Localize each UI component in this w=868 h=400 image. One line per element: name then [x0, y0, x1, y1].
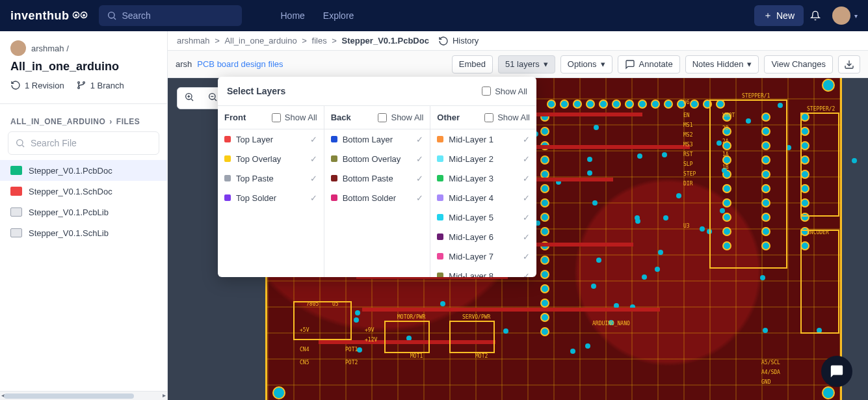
layer-row[interactable]: Bottom Layer✓ — [324, 129, 430, 149]
path-breadcrumb: arshmah > All_in_one_arduino > files > S… — [168, 31, 868, 51]
check-icon: ✓ — [523, 154, 530, 164]
crumb-user[interactable]: arshmah — [177, 36, 210, 46]
check-icon: ✓ — [310, 174, 317, 183]
layer-row[interactable]: Bottom Overlay✓ — [324, 149, 430, 168]
commit-message[interactable]: PCB board design files — [197, 59, 283, 69]
layer-row[interactable]: Bottom Paste✓ — [324, 168, 430, 188]
silk-label: MS2 — [683, 132, 692, 138]
sidebar-scrollbar[interactable]: ◂ ▸ — [0, 391, 167, 400]
options-button[interactable]: Options▾ — [560, 55, 612, 73]
annotate-button[interactable]: Annotate — [618, 55, 680, 73]
svg-point-5 — [17, 140, 23, 146]
crumb-files[interactable]: files — [312, 36, 327, 46]
chat-button[interactable] — [821, 356, 852, 387]
check-icon: ✓ — [523, 252, 530, 261]
layer-name: Bottom Overlay — [343, 154, 401, 164]
branches-link[interactable]: 1 Branch — [76, 80, 124, 90]
silk-label: MS1 — [683, 122, 692, 128]
layer-row[interactable]: Mid-Layer 5✓ — [430, 207, 536, 227]
nav-home[interactable]: Home — [281, 10, 305, 21]
layer-name: Mid-Layer 7 — [449, 252, 493, 261]
layer-name: Top Paste — [236, 174, 274, 183]
history-button[interactable]: History — [438, 36, 479, 46]
viewer-toolbar: arsh PCB board design files Embed 51 lay… — [168, 51, 868, 78]
nav-links: Home Explore — [281, 10, 354, 21]
brand-logo[interactable]: inventhub ⦿⦿ — [10, 9, 88, 23]
check-icon: ✓ — [523, 213, 530, 222]
layer-row[interactable]: Top Paste✓ — [218, 168, 324, 188]
file-search-input[interactable]: Search File — [8, 131, 159, 155]
silk-label: SLP — [683, 161, 692, 167]
layer-row[interactable]: Mid-Layer 4✓ — [430, 188, 536, 207]
layer-row[interactable]: Mid-Layer 7✓ — [430, 247, 536, 266]
layer-swatch — [224, 155, 231, 162]
back-show-all[interactable]: Show All — [378, 113, 423, 122]
layer-row[interactable]: Top Solder✓ — [218, 188, 324, 207]
new-button[interactable]: ＋ New — [754, 5, 804, 26]
svg-line-1 — [114, 18, 116, 20]
file-icon — [10, 228, 22, 237]
chevron-down-icon: ▾ — [601, 59, 605, 69]
silk-label: +12V — [365, 337, 377, 343]
download-button[interactable] — [838, 55, 860, 73]
file-row[interactable]: Stepper_V0.1.PcbLib — [0, 202, 167, 222]
global-search[interactable]: Search — [99, 5, 242, 26]
file-icon — [10, 207, 22, 217]
scrollbar-thumb[interactable] — [4, 393, 134, 399]
back-heading: Back — [331, 113, 351, 122]
embed-button[interactable]: Embed — [452, 55, 493, 73]
crumb-repo[interactable]: All_in_one_arduino — [224, 36, 296, 46]
silk-label: A5/SCL — [761, 360, 780, 366]
revisions-link[interactable]: 1 Revision — [10, 80, 64, 90]
layer-name: Top Layer — [236, 135, 273, 144]
silk-label: STEPPER/1 — [742, 93, 770, 99]
layer-row[interactable]: Mid-Layer 3✓ — [430, 168, 536, 188]
show-all-checkbox[interactable] — [482, 87, 491, 96]
file-icon — [10, 166, 22, 175]
brand-text: inventhub — [10, 9, 70, 23]
layer-row[interactable]: Top Layer✓ — [218, 129, 324, 149]
nav-explore[interactable]: Explore — [323, 10, 354, 21]
layer-row[interactable]: Mid-Layer 1✓ — [430, 129, 536, 149]
file-row[interactable]: Stepper_V0.1.PcbDoc — [0, 160, 167, 181]
file-row[interactable]: Stepper_V0.1.SchLib — [0, 222, 167, 243]
layer-name: Mid-Layer 2 — [449, 154, 493, 164]
file-row[interactable]: Stepper_V0.1.SchDoc — [0, 181, 167, 202]
file-name: Stepper_V0.1.SchDoc — [29, 187, 112, 196]
search-placeholder: Search — [122, 10, 151, 21]
history-icon — [438, 36, 449, 46]
file-search-placeholder: Search File — [31, 138, 77, 148]
repo-name[interactable]: All_in_one_arduino — [10, 60, 157, 73]
layer-row[interactable]: Mid-Layer 2✓ — [430, 149, 536, 168]
silk-label: 1B — [722, 165, 729, 170]
user-menu-caret[interactable]: ▾ — [854, 12, 858, 20]
other-show-all[interactable]: Show All — [484, 113, 530, 122]
layer-row[interactable]: Mid-Layer 8✓ — [430, 266, 536, 277]
layers-button[interactable]: 51 layers▾ — [498, 55, 555, 73]
notifications-button[interactable] — [804, 10, 827, 21]
front-show-all[interactable]: Show All — [272, 113, 317, 122]
branch-icon — [76, 80, 86, 90]
user-avatar[interactable] — [832, 7, 850, 25]
view-changes-button[interactable]: View Changes — [764, 55, 833, 73]
show-all-toggle[interactable]: Show All — [482, 87, 527, 96]
zoom-in-button[interactable] — [178, 88, 201, 109]
owner-avatar — [10, 40, 26, 56]
layer-row[interactable]: Mid-Layer 6✓ — [430, 227, 536, 247]
notes-button[interactable]: Notes Hidden▾ — [685, 55, 759, 73]
silk-label: +9V — [365, 327, 374, 333]
silk-label: ARDUINO_NANO — [592, 321, 630, 327]
layer-row[interactable]: Top Overlay✓ — [218, 149, 324, 168]
layer-row[interactable]: Bottom Solder✓ — [324, 188, 430, 207]
layer-name: Mid-Layer 1 — [449, 135, 493, 144]
chat-icon — [830, 364, 844, 379]
silk-label: ENCODER — [807, 230, 829, 235]
files-crumb-repo[interactable]: ALL_IN_ONE_ARDUINO — [10, 117, 105, 126]
svg-point-3 — [77, 87, 79, 89]
file-icon — [10, 187, 22, 196]
silk-label: 1A — [722, 152, 729, 157]
other-heading: Other — [437, 113, 460, 122]
silk-label: VMOT — [722, 113, 735, 118]
repo-owner[interactable]: arshmah / — [10, 40, 157, 56]
layer-swatch — [437, 194, 443, 201]
